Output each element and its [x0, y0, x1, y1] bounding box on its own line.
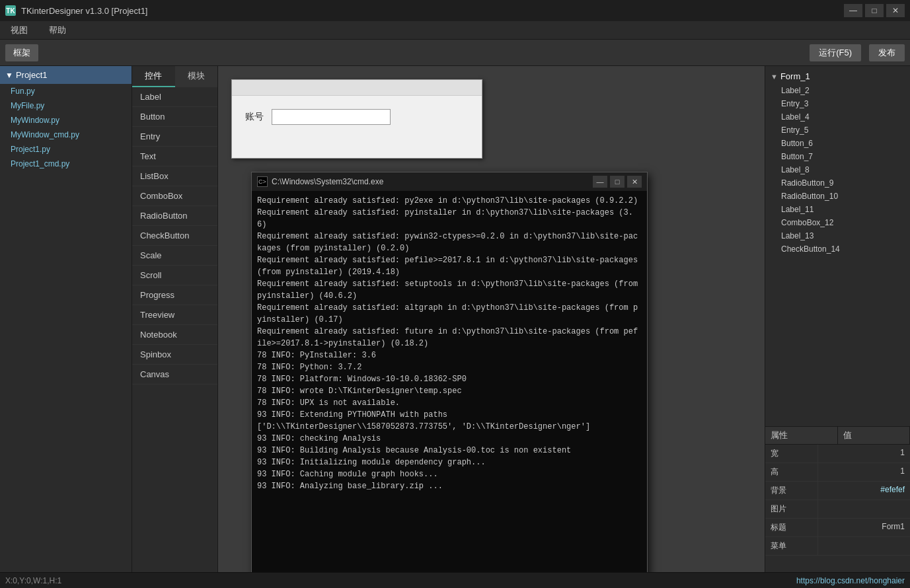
controls-tabs: 控件 模块: [132, 66, 217, 87]
cmd-window: C> C:\Windows\System32\cmd.exe — □ ✕ Req…: [251, 172, 648, 572]
project-header: ▼ Project1: [0, 66, 132, 84]
control-scroll[interactable]: Scroll: [132, 266, 217, 285]
prop-row-0: 宽 1: [765, 445, 910, 463]
tree-item-1[interactable]: Entry_3: [765, 97, 910, 110]
project-file-3[interactable]: MyWindow_cmd.py: [0, 128, 132, 142]
prop-row-1: 高 1: [765, 463, 910, 482]
prop-row-5: 菜单: [765, 537, 910, 556]
project-panel: ▼ Project1 Fun.py MyFile.py MyWindow.py …: [0, 66, 132, 572]
control-notebook[interactable]: Notebook: [132, 325, 217, 345]
prop-row-4: 标题 Form1: [765, 519, 910, 537]
prop-name-3: 图片: [765, 500, 818, 518]
prop-value-3[interactable]: [818, 500, 910, 518]
toolbar: 框架 运行(F5) 发布: [0, 40, 910, 66]
control-spinbox[interactable]: Spinbox: [132, 345, 217, 365]
project-name: Project1: [16, 70, 48, 80]
props-col-value: 值: [838, 427, 911, 444]
form-tree-root-label[interactable]: Form_1: [780, 71, 810, 81]
control-entry[interactable]: Entry: [132, 127, 217, 147]
design-form-titlebar: [232, 80, 482, 96]
minimize-button[interactable]: —: [844, 4, 862, 17]
control-checkbutton[interactable]: CheckButton: [132, 226, 217, 246]
frame-label: 框架: [5, 44, 38, 61]
cmd-maximize-button[interactable]: □: [610, 176, 625, 188]
cmd-output: Requirement already satisfied: py2exe in…: [252, 191, 647, 572]
tree-item-12[interactable]: CheckButton_14: [765, 242, 910, 256]
maximize-button[interactable]: □: [865, 4, 884, 17]
form-tree: ▼ Form_1 Label_2 Entry_3 Label_4 Entry_5…: [765, 66, 910, 427]
prop-value-4[interactable]: Form1: [818, 519, 910, 536]
form-account-label: 账号: [245, 111, 264, 123]
titlebar-left: TK TKinterDesigner v1.3.0 [Project1]: [5, 5, 147, 16]
project-file-5[interactable]: Project1_cmd.py: [0, 157, 132, 171]
control-scale[interactable]: Scale: [132, 246, 217, 266]
prop-value-1[interactable]: 1: [818, 463, 910, 481]
canvas-area[interactable]: 账号 C> C:\Windows\System32\cmd.exe — □ ✕: [218, 66, 765, 572]
controls-list: Label Button Entry Text ListBox ComboBox…: [132, 87, 217, 385]
project-file-2[interactable]: MyWindow.py: [0, 113, 132, 128]
props-header: 属性 值: [765, 427, 910, 445]
project-files: Fun.py MyFile.py MyWindow.py MyWindow_cm…: [0, 84, 132, 171]
cmd-title: C:\Windows\System32\cmd.exe: [272, 177, 383, 186]
cmd-close-button[interactable]: ✕: [627, 176, 642, 188]
close-button[interactable]: ✕: [886, 4, 905, 17]
control-label[interactable]: Label: [132, 87, 217, 107]
controls-panel: 控件 模块 Label Button Entry Text ListBox Co…: [132, 66, 218, 572]
prop-name-1: 高: [765, 463, 818, 481]
props-panel: 属性 值 宽 1 高 1 背景 #efefef 图片 标题 Form1: [765, 427, 910, 572]
control-progress[interactable]: Progress: [132, 285, 217, 305]
app-icon: TK: [5, 5, 16, 16]
status-coords: X:0,Y:0,W:1,H:1: [5, 576, 61, 585]
prop-value-0[interactable]: 1: [818, 445, 910, 462]
status-link[interactable]: https://blog.csdn.net/honghaier: [796, 576, 905, 585]
project-file-1[interactable]: MyFile.py: [0, 98, 132, 113]
project-file-0[interactable]: Fun.py: [0, 84, 132, 98]
tree-item-3[interactable]: Entry_5: [765, 124, 910, 137]
window-controls: — □ ✕: [844, 4, 905, 17]
form-account-entry[interactable]: [272, 109, 391, 125]
prop-name-5: 菜单: [765, 537, 818, 555]
statusbar: X:0,Y:0,W:1,H:1 https://blog.csdn.net/ho…: [0, 572, 910, 588]
run-button[interactable]: 运行(F5): [810, 44, 861, 61]
cmd-minimize-button[interactable]: —: [593, 176, 607, 188]
tree-item-6[interactable]: Label_8: [765, 163, 910, 176]
prop-row-3: 图片: [765, 500, 910, 519]
prop-name-4: 标题: [765, 519, 818, 536]
tree-item-4[interactable]: Button_6: [765, 137, 910, 150]
tree-item-5[interactable]: Button_7: [765, 150, 910, 163]
design-form: 账号: [231, 79, 482, 159]
tree-item-0[interactable]: Label_2: [765, 84, 910, 97]
prop-name-0: 宽: [765, 445, 818, 462]
control-listbox[interactable]: ListBox: [132, 166, 217, 186]
control-radiobutton[interactable]: RadioButton: [132, 206, 217, 226]
prop-value-5[interactable]: [818, 537, 910, 555]
menu-help[interactable]: 帮助: [44, 23, 71, 38]
app-title: TKinterDesigner v1.3.0 [Project1]: [21, 6, 147, 16]
tree-item-9[interactable]: Label_11: [765, 203, 910, 216]
control-treeview[interactable]: Treeview: [132, 305, 217, 325]
tree-item-8[interactable]: RadioButton_10: [765, 190, 910, 203]
cmd-titlebar: C> C:\Windows\System32\cmd.exe — □ ✕: [252, 172, 647, 191]
tab-controls[interactable]: 控件: [132, 66, 175, 87]
menu-view[interactable]: 视图: [5, 23, 33, 38]
control-combobox[interactable]: ComboBox: [132, 186, 217, 206]
prop-row-2: 背景 #efefef: [765, 482, 910, 500]
cmd-controls: — □ ✕: [593, 176, 642, 188]
props-col-name: 属性: [765, 427, 838, 444]
prop-name-2: 背景: [765, 482, 818, 499]
tree-item-2[interactable]: Label_4: [765, 110, 910, 124]
form-tree-root: ▼ Form_1: [765, 69, 910, 84]
menubar: 视图 帮助: [0, 21, 910, 40]
project-file-4[interactable]: Project1.py: [0, 142, 132, 157]
tree-item-7[interactable]: RadioButton_9: [765, 176, 910, 190]
prop-value-2[interactable]: #efefef: [818, 482, 910, 499]
control-button[interactable]: Button: [132, 107, 217, 127]
tree-item-11[interactable]: Label_13: [765, 229, 910, 242]
tab-modules[interactable]: 模块: [175, 66, 218, 87]
publish-button[interactable]: 发布: [869, 44, 905, 61]
right-panel: ▼ Form_1 Label_2 Entry_3 Label_4 Entry_5…: [765, 66, 910, 572]
control-text[interactable]: Text: [132, 147, 217, 166]
tree-item-10[interactable]: ComboBox_12: [765, 216, 910, 229]
cmd-titlebar-left: C> C:\Windows\System32\cmd.exe: [257, 176, 383, 187]
control-canvas[interactable]: Canvas: [132, 365, 217, 385]
